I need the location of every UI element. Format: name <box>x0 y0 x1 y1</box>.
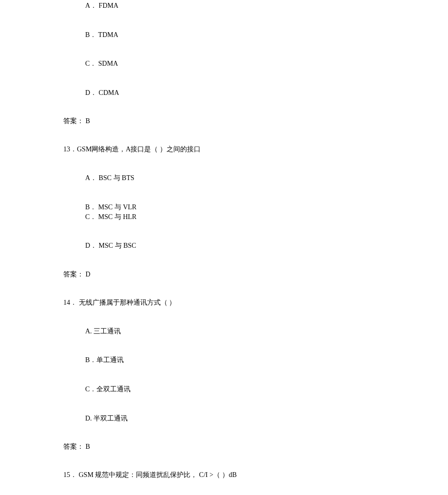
q12-answer: 答案： B <box>63 117 448 126</box>
q12-option-b: B． TDMA <box>63 30 448 40</box>
q14-option-d: D. 半双工通讯 <box>63 414 448 423</box>
q12-option-a: A． FDMA <box>63 1 448 11</box>
q14-text: 14． 无线广播属于那种通讯方式（ ） <box>63 298 448 307</box>
q13-option-a: A． BSC 与 BTS <box>63 173 448 183</box>
q12-option-c: C． SDMA <box>63 59 448 69</box>
q12-option-d: D． CDMA <box>63 88 448 98</box>
q13-option-d: D． MSC 与 BSC <box>63 241 448 251</box>
q14-option-b: B．单工通讯 <box>63 355 448 365</box>
q13-option-c: C． MSC 与 HLR <box>63 212 448 222</box>
q13-text: 13．GSM网络构造，A接口是（ ）之间的接口 <box>63 145 448 154</box>
q14-option-c: C．全双工通讯 <box>63 385 448 394</box>
q13-answer: 答案： D <box>63 270 448 279</box>
q15-text: 15． GSM 规范中规定：同频道扰乱保护比， C/I >（ ）dB <box>63 471 448 479</box>
q14-option-a: A. 三工通讯 <box>63 327 448 336</box>
q13-option-b: B． MSC 与 VLR <box>63 202 448 212</box>
q14-answer: 答案： B <box>63 442 448 451</box>
